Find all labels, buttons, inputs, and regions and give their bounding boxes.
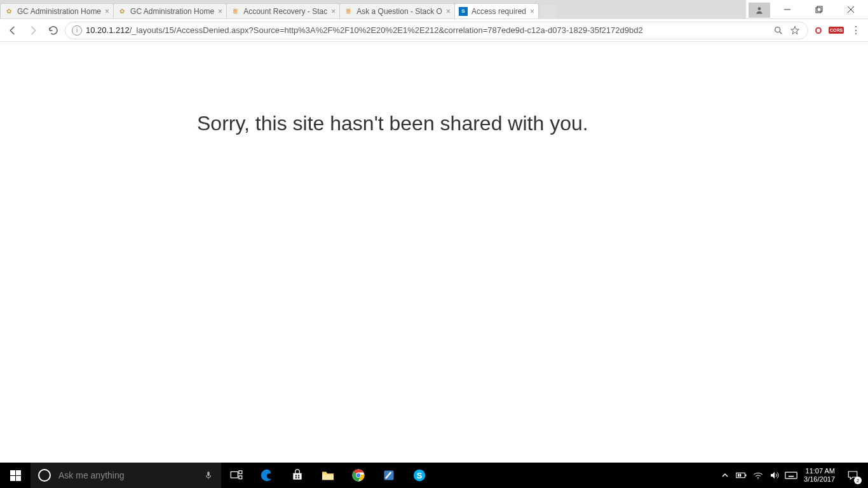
tab-account-recovery[interactable]: ≣ Account Recovery - Stac × <box>226 3 340 18</box>
system-tray: 11:07 AM 3/16/2017 2 <box>717 463 868 488</box>
minimize-button[interactable] <box>773 0 802 19</box>
chrome-icon[interactable] <box>343 463 374 488</box>
wifi-icon[interactable] <box>750 463 766 488</box>
close-icon[interactable]: × <box>530 7 534 16</box>
power-icon[interactable] <box>734 463 749 488</box>
task-view-icon[interactable] <box>221 463 252 488</box>
svg-rect-26 <box>785 472 797 478</box>
cortana-icon <box>38 469 51 482</box>
tab-label: Account Recovery - Stac <box>243 7 327 16</box>
svg-rect-13 <box>298 475 300 477</box>
svg-rect-2 <box>816 8 821 13</box>
close-icon[interactable]: × <box>105 7 109 16</box>
svg-rect-8 <box>207 471 210 476</box>
tab-label: Ask a Question - Stack O <box>356 7 442 16</box>
tab-access-required[interactable]: S Access required × <box>454 3 539 18</box>
keyboard-icon[interactable] <box>783 463 799 488</box>
tab-gc-admin-2[interactable]: ✿ GC Administration Home × <box>113 3 227 18</box>
app-icon[interactable] <box>374 463 404 488</box>
forward-button[interactable] <box>24 22 42 39</box>
user-icon[interactable] <box>749 3 770 18</box>
cortana-placeholder: Ask me anything <box>58 470 196 480</box>
window-controls <box>746 0 868 18</box>
bookmark-icon[interactable] <box>789 24 801 37</box>
file-explorer-icon[interactable] <box>313 463 343 488</box>
tab-gc-admin-1[interactable]: ✿ GC Administration Home × <box>0 3 114 18</box>
page-content: Sorry, this site hasn't been shared with… <box>0 42 868 135</box>
address-bar-row: i 10.20.1.212/_layouts/15/AccessDenied.a… <box>0 19 868 42</box>
info-icon[interactable]: i <box>72 25 82 36</box>
taskbar: Ask me anything S <box>0 463 868 488</box>
tab-strip: ✿ GC Administration Home × ✿ GC Administ… <box>0 0 746 18</box>
svg-point-25 <box>757 478 758 479</box>
clock[interactable]: 11:07 AM 3/16/2017 <box>800 467 839 484</box>
time-text: 11:07 AM <box>804 467 835 475</box>
new-tab-button[interactable] <box>541 4 556 18</box>
notification-badge: 2 <box>854 477 862 484</box>
svg-rect-9 <box>231 471 238 478</box>
date-text: 3/16/2017 <box>804 475 835 484</box>
maximize-button[interactable] <box>804 0 834 19</box>
svg-rect-10 <box>239 471 242 474</box>
tray-chevron-icon[interactable] <box>717 463 733 488</box>
url-text: 10.20.1.212/_layouts/15/AccessDenied.asp… <box>86 25 768 35</box>
close-icon[interactable]: × <box>218 7 222 16</box>
close-icon[interactable]: × <box>446 7 451 16</box>
reload-button[interactable] <box>44 22 62 39</box>
tab-ask-question[interactable]: ≣ Ask a Question - Stack O × <box>339 3 455 18</box>
svg-point-6 <box>775 27 780 32</box>
cortana-search[interactable]: Ask me anything <box>31 463 221 488</box>
tab-label: Access required <box>471 7 526 16</box>
stackoverflow-icon: ≣ <box>344 7 353 16</box>
svg-point-0 <box>758 7 761 10</box>
notifications-icon[interactable]: 2 <box>840 463 865 488</box>
access-denied-message: Sorry, this site hasn't been shared with… <box>197 112 868 135</box>
cors-extension-icon[interactable]: CORS <box>831 25 842 36</box>
windows-icon <box>10 470 21 481</box>
skype-icon[interactable]: S <box>404 463 435 488</box>
edge-icon[interactable] <box>252 463 282 488</box>
svg-rect-24 <box>745 475 747 477</box>
tab-label: GC Administration Home <box>130 7 214 16</box>
opera-extension-icon[interactable]: O <box>813 25 824 36</box>
store-icon[interactable] <box>282 463 313 488</box>
task-icons: S <box>221 463 435 488</box>
sharepoint-icon: S <box>459 7 468 16</box>
svg-rect-15 <box>298 477 300 479</box>
svg-rect-3 <box>817 6 822 11</box>
svg-rect-12 <box>295 475 297 477</box>
favicon-icon: ✿ <box>4 7 13 16</box>
back-button[interactable] <box>4 22 22 39</box>
window-chrome: ✿ GC Administration Home × ✿ GC Administ… <box>0 0 868 19</box>
start-button[interactable] <box>0 463 31 488</box>
svg-rect-11 <box>239 476 242 479</box>
svg-line-7 <box>780 32 782 34</box>
close-window-button[interactable] <box>836 0 865 19</box>
volume-icon[interactable] <box>767 463 782 488</box>
zoom-icon[interactable] <box>772 24 785 37</box>
svg-rect-14 <box>295 477 297 479</box>
svg-text:S: S <box>417 471 423 480</box>
tab-label: GC Administration Home <box>17 7 101 16</box>
address-bar[interactable]: i 10.20.1.212/_layouts/15/AccessDenied.a… <box>65 22 808 39</box>
chrome-menu-button[interactable]: ⋮ <box>846 22 864 39</box>
stackoverflow-icon: ≣ <box>231 7 240 16</box>
close-icon[interactable]: × <box>331 7 336 16</box>
favicon-icon: ✿ <box>118 7 126 16</box>
microphone-icon[interactable] <box>196 470 221 481</box>
